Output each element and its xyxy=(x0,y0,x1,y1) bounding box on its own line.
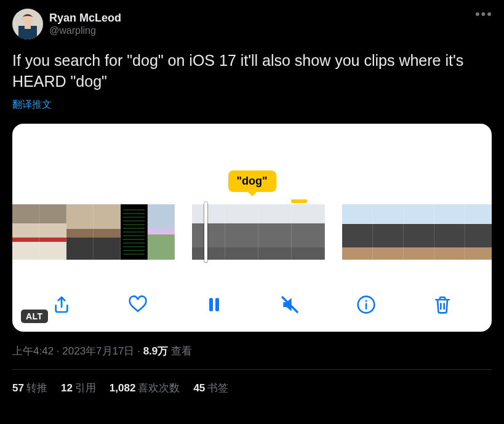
clip-frame xyxy=(292,204,325,260)
clip-frame xyxy=(225,204,258,260)
user-block[interactable]: Ryan McLeod @warpling xyxy=(49,11,121,38)
clip-frame xyxy=(12,204,39,260)
stat-retweets[interactable]: 57转推 xyxy=(12,381,47,395)
avatar[interactable] xyxy=(12,9,43,39)
clip-timeline[interactable] xyxy=(12,204,492,260)
more-options-icon[interactable]: ••• xyxy=(475,6,493,22)
svg-point-9 xyxy=(366,300,367,302)
tweet-text: If you search for "dog" on iOS 17 it'll … xyxy=(12,50,492,92)
media-toolbar xyxy=(12,292,492,317)
search-keyword-tooltip: "dog" xyxy=(228,170,276,192)
heart-icon xyxy=(128,295,148,314)
share-icon xyxy=(52,295,71,314)
clip-frame xyxy=(342,204,373,260)
views-count: 8.9万 xyxy=(143,345,169,357)
clip-group-1[interactable] xyxy=(12,204,175,260)
tweet-stats: 57转推 12引用 1,082喜欢次数 45书签 xyxy=(12,381,492,395)
svg-rect-3 xyxy=(25,24,31,29)
clip-frame xyxy=(434,204,465,260)
divider xyxy=(12,369,492,370)
clip-frame xyxy=(66,204,94,260)
clip-frame xyxy=(258,204,292,260)
mute-button[interactable] xyxy=(278,292,302,317)
keyword-marker xyxy=(291,199,307,203)
clip-frame xyxy=(192,204,225,260)
info-button[interactable] xyxy=(354,292,378,317)
tweet-date: 2023年7月17日 xyxy=(62,345,134,357)
clip-frame xyxy=(39,204,66,260)
alt-badge[interactable]: ALT xyxy=(21,310,48,323)
media-card[interactable]: "dog" xyxy=(12,124,492,332)
delete-button[interactable] xyxy=(430,292,455,317)
svg-rect-5 xyxy=(215,298,219,311)
clip-frame xyxy=(148,204,175,260)
clip-frame xyxy=(465,204,492,260)
pause-button[interactable] xyxy=(202,292,226,317)
tweet-container: ••• Ryan McLeod @warpling If you search … xyxy=(0,0,504,395)
svg-rect-4 xyxy=(209,298,213,311)
display-name: Ryan McLeod xyxy=(49,11,121,25)
tweet-header: Ryan McLeod @warpling xyxy=(12,9,492,39)
translate-link[interactable]: 翻译推文 xyxy=(12,98,52,111)
views-label: 查看 xyxy=(168,345,192,357)
mute-icon xyxy=(280,295,300,314)
clip-frame xyxy=(121,204,148,260)
clip-group-3[interactable] xyxy=(342,204,492,260)
playhead[interactable] xyxy=(204,202,207,262)
stat-likes[interactable]: 1,082喜欢次数 xyxy=(110,381,180,395)
stat-bookmarks[interactable]: 45书签 xyxy=(193,381,228,395)
tweet-metadata[interactable]: 上午4:42 · 2023年7月17日 · 8.9万 查看 xyxy=(12,344,492,358)
avatar-image xyxy=(12,9,43,39)
clip-frame xyxy=(404,204,434,260)
trash-icon xyxy=(433,295,452,314)
info-icon xyxy=(356,295,376,314)
clip-frame xyxy=(373,204,404,260)
stat-quotes[interactable]: 12引用 xyxy=(61,381,96,395)
clip-group-2[interactable] xyxy=(192,204,325,260)
user-handle: @warpling xyxy=(49,25,121,37)
share-button[interactable] xyxy=(49,292,74,317)
clip-frame xyxy=(94,204,121,260)
pause-icon xyxy=(204,295,224,314)
tweet-time: 上午4:42 xyxy=(12,345,54,357)
like-button[interactable] xyxy=(126,292,150,317)
